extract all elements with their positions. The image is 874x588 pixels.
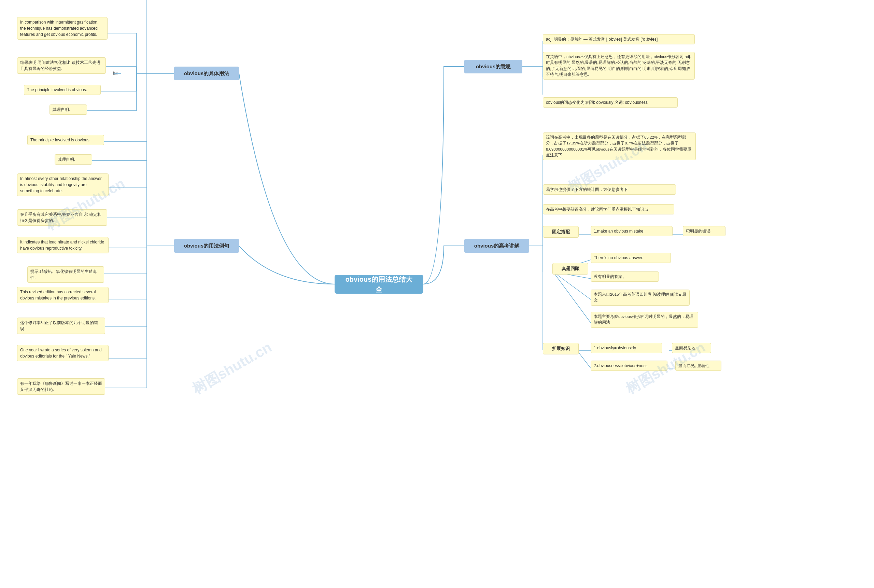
left-mid1-node: obvious的具体用法	[174, 67, 239, 80]
ryn7-guding: 固定搭配	[543, 226, 579, 238]
yn4: 其理自明.	[49, 105, 87, 115]
ryn3: obvious的词态变化为:副词: obviously 名词: obviousn…	[543, 98, 678, 108]
right-mid1-node: obvious的意思	[464, 60, 522, 74]
svg-line-52	[577, 350, 591, 368]
zhenti-huigu: 真题回顾	[552, 263, 588, 274]
yn3: The principle involved is obvious.	[24, 85, 101, 95]
ryn18: 显而易见; 显著性	[675, 361, 721, 371]
yn12: 这个修订本纠正了以前版本的几个明显的错误.	[17, 318, 105, 334]
ryn12: 本题来自2015年高考英语四川卷 阅读理解 阅读E 原文	[591, 290, 690, 306]
mind-map-canvas: obvious的用法总结大全 obvious的具体用法 obvious的用法例句…	[0, 0, 874, 588]
ryn8: 1.make an obvious mistake	[591, 226, 673, 236]
connectors-svg	[0, 0, 874, 588]
yn13: One year I wrote a series of very solemn…	[17, 345, 109, 361]
yn9: It indicates that lead nitrate and nicke…	[17, 237, 109, 254]
yn6: 其理自明.	[55, 154, 92, 165]
ryn9: 犯明显的错误	[683, 226, 726, 236]
yn10: 提示,硝酸铅、氯化镍有明显的生殖毒性.	[27, 266, 104, 283]
yn5: The principle involved is obvious.	[27, 135, 104, 145]
kuozhan-zhishi: 扩展知识	[543, 343, 579, 354]
ryn13: 本题主要考察obvious作形容词时明显的；显然的；易理解的用法	[591, 312, 698, 328]
ryn17: 2.obviousness=obvious+ness	[591, 361, 667, 371]
right-mid2-node: obvious的高考讲解	[464, 239, 529, 253]
ryn2: 在英语中，obvious不仅具有上述意思，还有更详尽的用法，obvious作形容…	[543, 52, 695, 80]
yn11: This revised edition has corrected sever…	[17, 287, 109, 303]
ryn15: 1.obviously=obvious+ly	[591, 343, 662, 353]
ryn6: 在高考中想要获得高分，建议同学们重点掌握以下知识点	[543, 204, 674, 214]
watermark-2: 树图shutu.cn	[189, 338, 275, 399]
label-ru: 如:	[112, 70, 118, 76]
left-mid2-node: obvious的用法例句	[174, 239, 239, 253]
yn8: 在几乎所有其它关系中,答案不言自明: 稳定和恒久是值得庆贺的.	[17, 209, 107, 226]
svg-line-48	[553, 272, 591, 322]
yn14: 有一年我给《耶鲁新闻》写过一串一本正经而又平淡无奇的社论.	[17, 378, 105, 395]
center-node: obvious的用法总结大全	[334, 275, 423, 294]
ryn5: 易学啦也提供了下方的统计图，方便您参考下	[543, 184, 676, 195]
ryn11: 没有明显的答案。	[591, 272, 659, 282]
yn1: In comparison with intermittent gasifica…	[17, 17, 108, 40]
ryn16: 显而易见地	[672, 343, 711, 353]
ryn4: 该词在高考中，出现最多的题型是在阅读部分，占据了65.22%，在完型题型部分，占…	[543, 132, 696, 160]
ryn1: adj. 明显的；显然的 — 英式发音 [ˈɒbviəs] 美式发音 [ˈɑːb…	[543, 34, 695, 44]
yn2: 结果表明,同间歇法气化相比,该技术工艺先进且具有显著的经济效益.	[17, 57, 106, 74]
ryn10: There's no obvious answer.	[591, 253, 671, 263]
yn7: In almost every other relationship the a…	[17, 174, 109, 196]
svg-line-47	[553, 272, 591, 300]
